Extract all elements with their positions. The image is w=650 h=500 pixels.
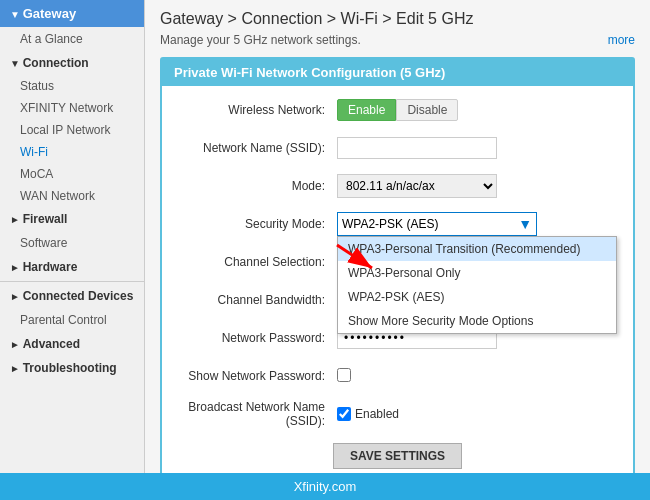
panel-title: Private Wi-Fi Network Configuration (5 G… — [174, 65, 445, 80]
broadcast-row: Broadcast Network Name (SSID): Enabled — [177, 400, 618, 428]
parental-control-label: Parental Control — [20, 313, 107, 327]
hardware-label: Hardware — [23, 260, 78, 274]
chevron-down-icon: ▼ — [518, 216, 532, 232]
sidebar-section-connection[interactable]: Connection — [0, 51, 144, 75]
network-password-label: Network Password: — [177, 331, 337, 345]
wan-label: WAN Network — [20, 189, 95, 203]
save-settings-button[interactable]: SAVE SETTINGS — [333, 443, 462, 469]
show-password-row: Show Network Password: — [177, 362, 618, 390]
security-mode-row: Security Mode: WPA2-PSK (AES) ▼ WPA3-Per… — [177, 210, 618, 238]
main-content: Gateway > Connection > Wi-Fi > Edit 5 GH… — [145, 0, 650, 473]
security-mode-value: WPA2-PSK (AES) — [342, 217, 438, 231]
sidebar: Gateway At a Glance Connection Status XF… — [0, 0, 145, 473]
sidebar-item-wifi[interactable]: Wi-Fi — [0, 141, 144, 163]
dropdown-item-wpa3-transition[interactable]: WPA3-Personal Transition (Recommended) — [338, 237, 616, 261]
subtitle-text: Manage your 5 GHz network settings. — [160, 33, 361, 47]
network-name-control — [337, 137, 618, 159]
more-link[interactable]: more — [608, 33, 635, 47]
wireless-network-row: Wireless Network: EnableDisable — [177, 96, 618, 124]
sidebar-item-at-a-glance[interactable]: At a Glance — [0, 27, 144, 51]
connection-label: Connection — [23, 56, 89, 70]
wireless-network-control: EnableDisable — [337, 99, 618, 121]
show-password-control — [337, 368, 618, 385]
mode-select[interactable]: 802.11 a/n/ac/ax — [337, 174, 497, 198]
disable-button[interactable]: Disable — [396, 99, 458, 121]
sidebar-item-moca[interactable]: MoCA — [0, 163, 144, 185]
troubleshooting-label: Troubleshooting — [23, 361, 117, 375]
wifi-label: Wi-Fi — [20, 145, 48, 159]
subtitle-row: Manage your 5 GHz network settings. more — [160, 33, 635, 47]
gateway-label: Gateway — [23, 6, 76, 21]
security-mode-control: WPA2-PSK (AES) ▼ WPA3-Personal Transitio… — [337, 212, 618, 236]
network-name-label: Network Name (SSID): — [177, 141, 337, 155]
sidebar-item-xfinity-network[interactable]: XFINITY Network — [0, 97, 144, 119]
mode-control: 802.11 a/n/ac/ax — [337, 174, 618, 198]
status-label: Status — [20, 79, 54, 93]
local-ip-label: Local IP Network — [20, 123, 111, 137]
enable-button[interactable]: Enable — [337, 99, 396, 121]
sidebar-section-firewall[interactable]: Firewall — [0, 207, 144, 231]
sidebar-item-wan[interactable]: WAN Network — [0, 185, 144, 207]
broadcast-label: Broadcast Network Name (SSID): — [177, 400, 337, 428]
channel-selection-label: Channel Selection: — [177, 255, 337, 269]
software-label: Software — [20, 236, 67, 250]
connected-devices-label: Connected Devices — [23, 289, 134, 303]
moca-label: MoCA — [20, 167, 53, 181]
security-mode-label: Security Mode: — [177, 217, 337, 231]
show-password-label: Show Network Password: — [177, 369, 337, 383]
sidebar-item-software[interactable]: Software — [0, 231, 144, 255]
show-password-checkbox[interactable] — [337, 368, 351, 382]
broadcast-value: Enabled — [355, 407, 399, 421]
security-dropdown-menu: WPA3-Personal Transition (Recommended) W… — [337, 236, 617, 334]
mode-row: Mode: 802.11 a/n/ac/ax — [177, 172, 618, 200]
xfinity-network-label: XFINITY Network — [20, 101, 113, 115]
config-panel: Private Wi-Fi Network Configuration (5 G… — [160, 57, 635, 473]
channel-bandwidth-label: Channel Bandwidth: — [177, 293, 337, 307]
panel-header: Private Wi-Fi Network Configuration (5 G… — [162, 59, 633, 86]
mode-label: Mode: — [177, 179, 337, 193]
sidebar-section-advanced[interactable]: Advanced — [0, 332, 144, 356]
sidebar-item-parental-control[interactable]: Parental Control — [0, 308, 144, 332]
sidebar-item-local-ip[interactable]: Local IP Network — [0, 119, 144, 141]
broadcast-control: Enabled — [337, 407, 618, 421]
sidebar-section-troubleshooting[interactable]: Troubleshooting — [0, 356, 144, 380]
advanced-label: Advanced — [23, 337, 80, 351]
dropdown-item-wpa2-psk[interactable]: WPA2-PSK (AES) — [338, 285, 616, 309]
network-name-row: Network Name (SSID): — [177, 134, 618, 162]
firewall-label: Firewall — [23, 212, 68, 226]
ssid-input[interactable] — [337, 137, 497, 159]
footer: Xfinity.com — [0, 473, 650, 500]
save-row: SAVE SETTINGS — [177, 438, 618, 469]
dropdown-item-wpa3-only[interactable]: WPA3-Personal Only — [338, 261, 616, 285]
sidebar-section-hardware[interactable]: Hardware — [0, 255, 144, 279]
wireless-network-label: Wireless Network: — [177, 103, 337, 117]
at-a-glance-label: At a Glance — [20, 32, 83, 46]
footer-label: Xfinity.com — [294, 479, 357, 494]
sidebar-item-gateway[interactable]: Gateway — [0, 0, 144, 27]
security-mode-select[interactable]: WPA2-PSK (AES) ▼ — [337, 212, 537, 236]
breadcrumb-text: Gateway > Connection > Wi-Fi > Edit 5 GH… — [160, 10, 473, 27]
broadcast-checkbox[interactable] — [337, 407, 351, 421]
config-body: Wireless Network: EnableDisable Network … — [162, 86, 633, 473]
sidebar-item-status[interactable]: Status — [0, 75, 144, 97]
breadcrumb: Gateway > Connection > Wi-Fi > Edit 5 GH… — [160, 10, 635, 28]
sidebar-section-connected-devices[interactable]: Connected Devices — [0, 284, 144, 308]
dropdown-item-show-more[interactable]: Show More Security Mode Options — [338, 309, 616, 333]
